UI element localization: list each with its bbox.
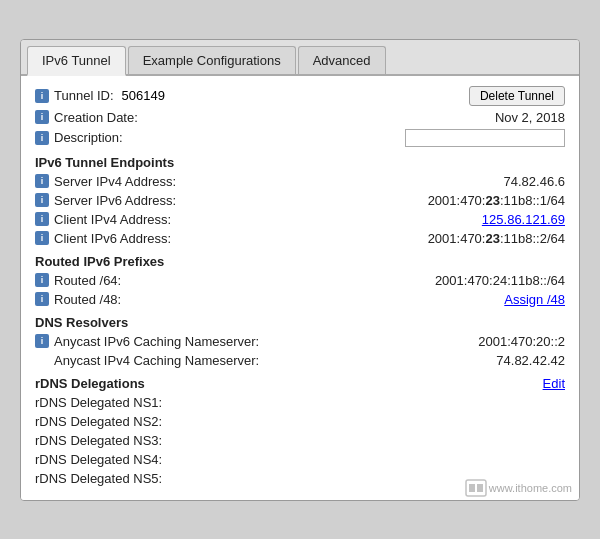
rdns-ns5-label: rDNS Delegated NS5: — [35, 471, 385, 486]
watermark: www.ithome.com — [465, 479, 572, 497]
anycast-ipv4-label: Anycast IPv4 Caching Nameserver: — [35, 353, 385, 368]
routed-header: Routed IPv6 Prefixes — [35, 254, 565, 269]
creation-date-value: Nov 2, 2018 — [385, 110, 565, 125]
rdns-ns1-row: rDNS Delegated NS1: — [35, 395, 565, 410]
tab-advanced[interactable]: Advanced — [298, 46, 386, 74]
rdns-ns4-label: rDNS Delegated NS4: — [35, 452, 385, 467]
svg-rect-1 — [469, 484, 475, 492]
server-ipv6-icon: i — [35, 193, 49, 207]
routed64-value: 2001:470:24:11b8::/64 — [385, 273, 565, 288]
tunnel-id-row: i Tunnel ID: 506149 Delete Tunnel — [35, 86, 565, 106]
server-ipv6-value: 2001:470:23:11b8::1/64 — [385, 193, 565, 208]
routed48-row: i Routed /48: Assign /48 — [35, 292, 565, 307]
anycast-ipv6-value: 2001:470:20::2 — [385, 334, 565, 349]
server-ipv4-icon: i — [35, 174, 49, 188]
rdns-header: rDNS Delegations — [35, 376, 145, 391]
rdns-ns4-row: rDNS Delegated NS4: — [35, 452, 565, 467]
description-value — [385, 129, 565, 147]
client-ipv6-icon: i — [35, 231, 49, 245]
creation-date-label: Creation Date: — [54, 110, 385, 125]
client-ipv4-row: i Client IPv4 Address: 125.86.121.69 — [35, 212, 565, 227]
server-ipv6-label: Server IPv6 Address: — [54, 193, 385, 208]
rdns-ns3-label: rDNS Delegated NS3: — [35, 433, 385, 448]
description-input[interactable] — [405, 129, 565, 147]
client-ipv4-icon: i — [35, 212, 49, 226]
watermark-icon — [465, 479, 487, 497]
routed64-icon: i — [35, 273, 49, 287]
content-panel: i Tunnel ID: 506149 Delete Tunnel i Crea… — [21, 76, 579, 500]
rdns-edit-link[interactable]: Edit — [543, 376, 565, 391]
endpoints-header: IPv6 Tunnel Endpoints — [35, 155, 565, 170]
anycast-ipv6-label: Anycast IPv6 Caching Nameserver: — [54, 334, 385, 349]
routed64-row: i Routed /64: 2001:470:24:11b8::/64 — [35, 273, 565, 288]
description-row: i Description: — [35, 129, 565, 147]
anycast-ipv6-icon: i — [35, 334, 49, 348]
tab-bar: IPv6 Tunnel Example Configurations Advan… — [21, 40, 579, 76]
watermark-text: www.ithome.com — [489, 482, 572, 494]
svg-rect-2 — [477, 484, 483, 492]
anycast-ipv6-row: i Anycast IPv6 Caching Nameserver: 2001:… — [35, 334, 565, 349]
routed48-icon: i — [35, 292, 49, 306]
client-ipv4-label: Client IPv4 Address: — [54, 212, 385, 227]
rdns-ns3-row: rDNS Delegated NS3: — [35, 433, 565, 448]
server-ipv4-label: Server IPv4 Address: — [54, 174, 385, 189]
client-ipv6-label: Client IPv6 Address: — [54, 231, 385, 246]
client-ipv6-value: 2001:470:23:11b8::2/64 — [385, 231, 565, 246]
description-label: Description: — [54, 130, 385, 145]
client-ipv6-row: i Client IPv6 Address: 2001:470:23:11b8:… — [35, 231, 565, 246]
routed48-label: Routed /48: — [54, 292, 385, 307]
routed64-label: Routed /64: — [54, 273, 385, 288]
client-ipv4-value[interactable]: 125.86.121.69 — [385, 212, 565, 227]
anycast-ipv4-value: 74.82.42.42 — [385, 353, 565, 368]
rdns-header-row: rDNS Delegations Edit — [35, 376, 565, 391]
server-ipv4-row: i Server IPv4 Address: 74.82.46.6 — [35, 174, 565, 189]
delete-tunnel-button[interactable]: Delete Tunnel — [469, 86, 565, 106]
creation-date-icon: i — [35, 110, 49, 124]
rdns-ns2-label: rDNS Delegated NS2: — [35, 414, 385, 429]
tab-ipv6tunnel[interactable]: IPv6 Tunnel — [27, 46, 126, 76]
rdns-ns1-label: rDNS Delegated NS1: — [35, 395, 385, 410]
dns-header: DNS Resolvers — [35, 315, 565, 330]
routed48-value[interactable]: Assign /48 — [385, 292, 565, 307]
creation-date-row: i Creation Date: Nov 2, 2018 — [35, 110, 565, 125]
tunnel-id-value: 506149 — [122, 88, 165, 103]
server-ipv4-value: 74.82.46.6 — [385, 174, 565, 189]
tunnel-id-icon: i — [35, 89, 49, 103]
tunnel-id-label: Tunnel ID: — [54, 88, 114, 103]
rdns-ns2-row: rDNS Delegated NS2: — [35, 414, 565, 429]
anycast-ipv4-row: Anycast IPv4 Caching Nameserver: 74.82.4… — [35, 353, 565, 368]
server-ipv6-row: i Server IPv6 Address: 2001:470:23:11b8:… — [35, 193, 565, 208]
description-icon: i — [35, 131, 49, 145]
tab-example-configurations[interactable]: Example Configurations — [128, 46, 296, 74]
